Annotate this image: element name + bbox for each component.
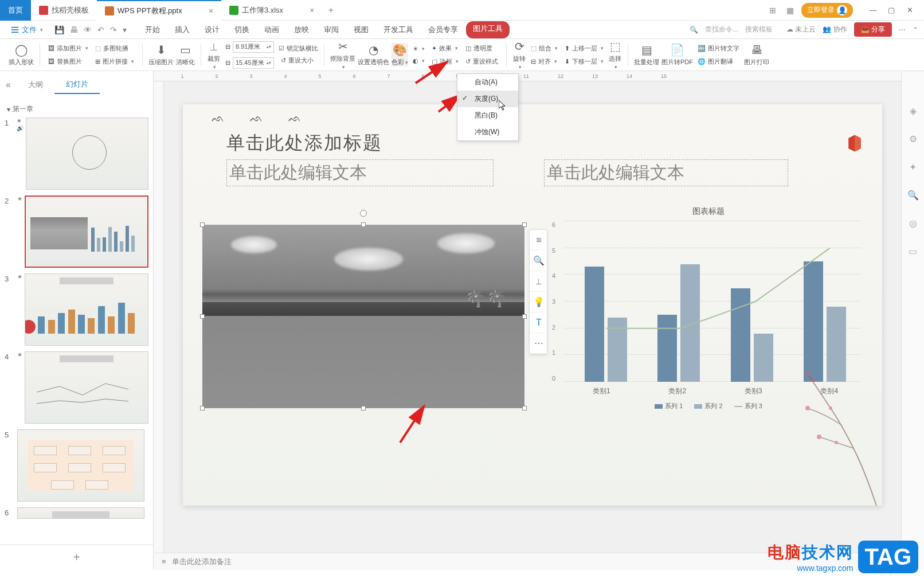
- slides-tab[interactable]: 幻灯片: [54, 76, 100, 94]
- group-button[interactable]: ⬚ 组合▾: [528, 43, 560, 54]
- translate-button[interactable]: 🌐 图片翻译: [695, 56, 742, 67]
- slide-thumb-1[interactable]: [26, 118, 148, 190]
- file-tab-2[interactable]: 工作簿3.xlsx ×: [221, 0, 322, 21]
- file-tab-1[interactable]: WPS PPT教程.pptx ×: [97, 0, 221, 21]
- cloud-status[interactable]: ☁ 未上云: [786, 25, 816, 34]
- menu-slideshow[interactable]: 放映: [287, 21, 316, 38]
- menu-transition[interactable]: 切换: [228, 21, 256, 38]
- menu-animation[interactable]: 动画: [257, 21, 286, 38]
- sidebar-animation-icon[interactable]: ✦: [909, 162, 917, 173]
- color-effect-button[interactable]: 🎨色彩▾: [391, 43, 408, 66]
- clarity-button[interactable]: ▭清晰化: [176, 43, 195, 66]
- text-placeholder-2[interactable]: 单击此处编辑文本: [544, 159, 788, 186]
- remove-bg-button[interactable]: ✂抠除背景▾: [330, 40, 355, 70]
- home-tab[interactable]: 首页: [0, 0, 31, 21]
- title-placeholder[interactable]: 单击此处添加标题: [226, 131, 382, 156]
- dropdown-grayscale[interactable]: ✓灰度(G): [457, 91, 518, 107]
- slide-thumb-3[interactable]: [25, 273, 148, 346]
- slide-thumb-4[interactable]: [25, 351, 148, 424]
- resize-handle[interactable]: [200, 314, 205, 319]
- preview-icon[interactable]: 👁: [84, 25, 92, 34]
- menu-design[interactable]: 设计: [198, 21, 226, 38]
- section-chapter1[interactable]: ▾ 第一章: [5, 101, 148, 118]
- more-menu[interactable]: ⋯: [899, 26, 906, 34]
- close-button[interactable]: ✕: [901, 3, 918, 17]
- sidebar-design-icon[interactable]: ◈: [910, 105, 917, 116]
- login-button[interactable]: 立即登录 👤: [801, 3, 853, 18]
- search-template[interactable]: 搜索模板: [745, 25, 773, 34]
- resize-handle[interactable]: [200, 222, 205, 227]
- brightness-button[interactable]: ☀▾: [410, 44, 427, 54]
- contrast-button[interactable]: ◐▾: [410, 56, 427, 66]
- sidebar-location-icon[interactable]: ◎: [909, 218, 917, 229]
- move-up-button[interactable]: ⬆ 上移一层▾: [562, 43, 606, 54]
- rotate-handle[interactable]: [360, 210, 367, 217]
- move-down-button[interactable]: ⬇ 下移一层▾: [562, 56, 606, 67]
- menu-insert[interactable]: 插入: [168, 21, 197, 38]
- sidebar-present-icon[interactable]: ▭: [909, 246, 917, 257]
- reset-size-button[interactable]: ↺ 重设大小: [279, 55, 318, 66]
- collapse-nav[interactable]: «: [0, 80, 17, 90]
- compress-pic-button[interactable]: ⬇压缩图片: [148, 43, 174, 66]
- float-layers-icon[interactable]: ≡: [530, 230, 548, 251]
- sidebar-search-icon[interactable]: 🔍: [907, 190, 919, 201]
- replace-picture-button[interactable]: 🖼 替换图片: [46, 56, 91, 67]
- resize-handle[interactable]: [361, 406, 366, 410]
- dropdown-auto[interactable]: 自动(A): [457, 74, 518, 91]
- text-placeholder-1[interactable]: 单击此处编辑文本: [226, 159, 494, 186]
- dropdown-washout[interactable]: 冲蚀(W): [457, 124, 518, 140]
- menu-member[interactable]: 会员专享: [421, 21, 465, 38]
- collab-button[interactable]: 👥 协作: [823, 25, 847, 34]
- dropdown-bw[interactable]: 黑白(B): [457, 107, 518, 124]
- multi-outline-button[interactable]: ⬚ 多图轮播: [93, 43, 136, 54]
- effects-button[interactable]: ✦ 效果▾: [429, 43, 461, 54]
- file-menu[interactable]: 文件 ▾: [6, 22, 49, 37]
- save-icon[interactable]: 💾: [54, 25, 64, 34]
- transparency-button[interactable]: ◫ 透明度: [463, 43, 500, 54]
- align-button[interactable]: ⊟ 对齐▾: [528, 56, 560, 67]
- insert-shape-button[interactable]: ◯插入形状: [9, 43, 34, 66]
- pic-print-button[interactable]: 🖶图片打印: [744, 43, 769, 66]
- menu-start[interactable]: 开始: [138, 21, 167, 38]
- grid-icon[interactable]: ⊞: [767, 5, 778, 16]
- height-input[interactable]: ⊟ 15.45厘米▴▾: [223, 56, 276, 70]
- resize-handle[interactable]: [522, 314, 527, 319]
- width-input[interactable]: ⊟ 8.91厘米▴▾: [223, 40, 276, 54]
- resize-handle[interactable]: [522, 406, 527, 410]
- qat-dropdown[interactable]: ▾: [123, 25, 127, 34]
- float-text-icon[interactable]: T: [530, 312, 548, 333]
- select-button[interactable]: ⬚选择▾: [608, 40, 622, 70]
- resize-handle[interactable]: [522, 222, 527, 227]
- templates-tab[interactable]: 找稻壳模板: [31, 0, 97, 21]
- search-command[interactable]: 查找命令...: [705, 25, 738, 34]
- lock-ratio-checkbox[interactable]: ☑锁定纵横比: [279, 44, 318, 53]
- print-icon[interactable]: 🖶: [70, 25, 78, 34]
- sidebar-settings-icon[interactable]: ⚙: [909, 134, 917, 144]
- outline-tab[interactable]: 大纲: [17, 76, 54, 93]
- slide-thumb-6[interactable]: [17, 507, 144, 519]
- menu-devtools[interactable]: 开发工具: [377, 21, 420, 38]
- crop-button[interactable]: ⟂裁剪▾: [207, 40, 221, 70]
- rotate-button[interactable]: ⟳旋转▾: [512, 40, 526, 70]
- resize-handle[interactable]: [200, 406, 205, 410]
- notes-placeholder[interactable]: 单击此处添加备注: [172, 557, 232, 567]
- slide-thumb-5[interactable]: [17, 429, 144, 502]
- float-crop-icon[interactable]: ⟂: [530, 271, 548, 292]
- minimize-button[interactable]: —: [864, 3, 882, 17]
- set-transparent-button[interactable]: ◔设置透明色: [358, 43, 389, 66]
- float-idea-icon[interactable]: 💡: [530, 292, 548, 312]
- to-text-button[interactable]: 🔤 图片转文字: [695, 43, 742, 54]
- undo-icon[interactable]: ↶: [97, 25, 104, 34]
- menu-view[interactable]: 视图: [347, 21, 375, 38]
- batch-button[interactable]: ▤批量处理: [634, 43, 659, 66]
- selected-image[interactable]: 🌴🌴: [202, 225, 524, 408]
- border-button[interactable]: ▢ 边框▾: [429, 56, 461, 67]
- close-tab-icon[interactable]: ×: [310, 6, 314, 15]
- reset-style-button[interactable]: ↺ 重设样式: [463, 56, 500, 67]
- close-tab-icon[interactable]: ×: [209, 6, 213, 15]
- slide-thumb-2[interactable]: [25, 195, 148, 268]
- collapse-ribbon[interactable]: ⌃: [913, 26, 918, 34]
- menu-picture-tools[interactable]: 图片工具: [466, 21, 510, 38]
- pic-stitch-button[interactable]: ⊞ 图片拼接▾: [93, 56, 136, 67]
- add-tab-button[interactable]: +: [322, 5, 339, 15]
